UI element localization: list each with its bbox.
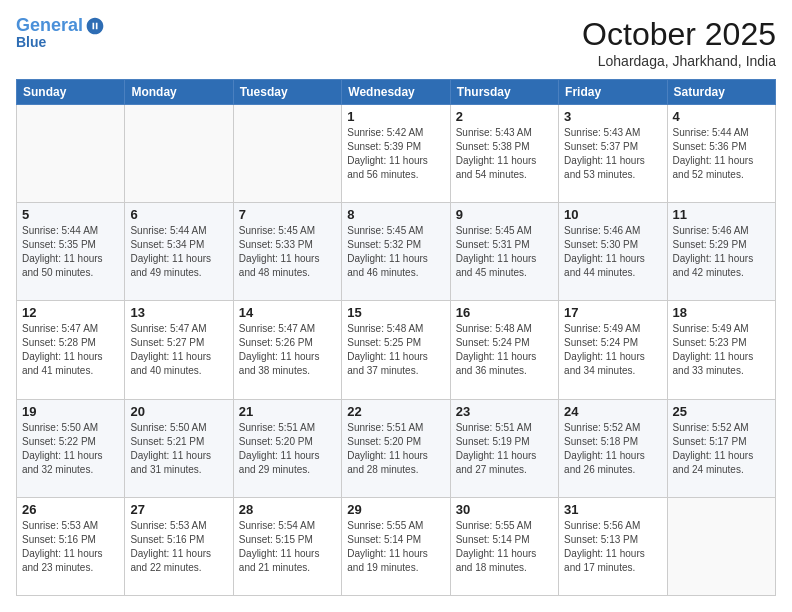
day-number: 9	[456, 207, 553, 222]
day-info: Sunrise: 5:50 AM Sunset: 5:21 PM Dayligh…	[130, 421, 227, 477]
day-number: 24	[564, 404, 661, 419]
calendar-cell: 30Sunrise: 5:55 AM Sunset: 5:14 PM Dayli…	[450, 497, 558, 595]
day-info: Sunrise: 5:47 AM Sunset: 5:28 PM Dayligh…	[22, 322, 119, 378]
calendar-cell: 12Sunrise: 5:47 AM Sunset: 5:28 PM Dayli…	[17, 301, 125, 399]
day-number: 29	[347, 502, 444, 517]
day-info: Sunrise: 5:56 AM Sunset: 5:13 PM Dayligh…	[564, 519, 661, 575]
calendar-cell: 11Sunrise: 5:46 AM Sunset: 5:29 PM Dayli…	[667, 203, 775, 301]
weekday-header-saturday: Saturday	[667, 80, 775, 105]
day-number: 27	[130, 502, 227, 517]
day-number: 8	[347, 207, 444, 222]
day-info: Sunrise: 5:45 AM Sunset: 5:32 PM Dayligh…	[347, 224, 444, 280]
weekday-header-friday: Friday	[559, 80, 667, 105]
calendar-cell	[125, 105, 233, 203]
day-info: Sunrise: 5:44 AM Sunset: 5:36 PM Dayligh…	[673, 126, 770, 182]
calendar-table: SundayMondayTuesdayWednesdayThursdayFrid…	[16, 79, 776, 596]
day-number: 11	[673, 207, 770, 222]
day-info: Sunrise: 5:47 AM Sunset: 5:26 PM Dayligh…	[239, 322, 336, 378]
calendar-cell: 24Sunrise: 5:52 AM Sunset: 5:18 PM Dayli…	[559, 399, 667, 497]
calendar-cell: 20Sunrise: 5:50 AM Sunset: 5:21 PM Dayli…	[125, 399, 233, 497]
logo-line2: Blue	[16, 34, 105, 50]
day-number: 17	[564, 305, 661, 320]
day-number: 23	[456, 404, 553, 419]
weekday-header-thursday: Thursday	[450, 80, 558, 105]
calendar-cell: 16Sunrise: 5:48 AM Sunset: 5:24 PM Dayli…	[450, 301, 558, 399]
calendar-cell: 7Sunrise: 5:45 AM Sunset: 5:33 PM Daylig…	[233, 203, 341, 301]
day-info: Sunrise: 5:53 AM Sunset: 5:16 PM Dayligh…	[22, 519, 119, 575]
day-info: Sunrise: 5:44 AM Sunset: 5:34 PM Dayligh…	[130, 224, 227, 280]
calendar-cell: 18Sunrise: 5:49 AM Sunset: 5:23 PM Dayli…	[667, 301, 775, 399]
calendar-cell	[667, 497, 775, 595]
day-number: 31	[564, 502, 661, 517]
day-info: Sunrise: 5:49 AM Sunset: 5:24 PM Dayligh…	[564, 322, 661, 378]
day-info: Sunrise: 5:47 AM Sunset: 5:27 PM Dayligh…	[130, 322, 227, 378]
logo-icon	[85, 16, 105, 36]
day-number: 25	[673, 404, 770, 419]
day-number: 6	[130, 207, 227, 222]
calendar-cell: 10Sunrise: 5:46 AM Sunset: 5:30 PM Dayli…	[559, 203, 667, 301]
location: Lohardaga, Jharkhand, India	[582, 53, 776, 69]
calendar-cell: 21Sunrise: 5:51 AM Sunset: 5:20 PM Dayli…	[233, 399, 341, 497]
day-info: Sunrise: 5:52 AM Sunset: 5:17 PM Dayligh…	[673, 421, 770, 477]
day-info: Sunrise: 5:53 AM Sunset: 5:16 PM Dayligh…	[130, 519, 227, 575]
day-info: Sunrise: 5:54 AM Sunset: 5:15 PM Dayligh…	[239, 519, 336, 575]
day-number: 13	[130, 305, 227, 320]
calendar-cell: 22Sunrise: 5:51 AM Sunset: 5:20 PM Dayli…	[342, 399, 450, 497]
calendar-cell: 1Sunrise: 5:42 AM Sunset: 5:39 PM Daylig…	[342, 105, 450, 203]
calendar-cell: 31Sunrise: 5:56 AM Sunset: 5:13 PM Dayli…	[559, 497, 667, 595]
day-info: Sunrise: 5:44 AM Sunset: 5:35 PM Dayligh…	[22, 224, 119, 280]
calendar-week-row: 1Sunrise: 5:42 AM Sunset: 5:39 PM Daylig…	[17, 105, 776, 203]
day-number: 28	[239, 502, 336, 517]
day-number: 20	[130, 404, 227, 419]
calendar-cell: 25Sunrise: 5:52 AM Sunset: 5:17 PM Dayli…	[667, 399, 775, 497]
day-info: Sunrise: 5:45 AM Sunset: 5:33 PM Dayligh…	[239, 224, 336, 280]
day-info: Sunrise: 5:51 AM Sunset: 5:20 PM Dayligh…	[239, 421, 336, 477]
calendar-cell: 29Sunrise: 5:55 AM Sunset: 5:14 PM Dayli…	[342, 497, 450, 595]
day-number: 19	[22, 404, 119, 419]
calendar-cell: 19Sunrise: 5:50 AM Sunset: 5:22 PM Dayli…	[17, 399, 125, 497]
day-number: 26	[22, 502, 119, 517]
day-number: 12	[22, 305, 119, 320]
day-info: Sunrise: 5:55 AM Sunset: 5:14 PM Dayligh…	[456, 519, 553, 575]
calendar-cell: 4Sunrise: 5:44 AM Sunset: 5:36 PM Daylig…	[667, 105, 775, 203]
calendar-week-row: 26Sunrise: 5:53 AM Sunset: 5:16 PM Dayli…	[17, 497, 776, 595]
calendar-cell: 28Sunrise: 5:54 AM Sunset: 5:15 PM Dayli…	[233, 497, 341, 595]
day-number: 22	[347, 404, 444, 419]
logo-text: General	[16, 16, 83, 36]
calendar-cell: 26Sunrise: 5:53 AM Sunset: 5:16 PM Dayli…	[17, 497, 125, 595]
calendar-cell: 9Sunrise: 5:45 AM Sunset: 5:31 PM Daylig…	[450, 203, 558, 301]
day-info: Sunrise: 5:42 AM Sunset: 5:39 PM Dayligh…	[347, 126, 444, 182]
calendar-cell: 23Sunrise: 5:51 AM Sunset: 5:19 PM Dayli…	[450, 399, 558, 497]
calendar-cell	[233, 105, 341, 203]
day-number: 18	[673, 305, 770, 320]
calendar-cell	[17, 105, 125, 203]
day-number: 16	[456, 305, 553, 320]
day-info: Sunrise: 5:51 AM Sunset: 5:19 PM Dayligh…	[456, 421, 553, 477]
weekday-header-row: SundayMondayTuesdayWednesdayThursdayFrid…	[17, 80, 776, 105]
weekday-header-tuesday: Tuesday	[233, 80, 341, 105]
day-info: Sunrise: 5:50 AM Sunset: 5:22 PM Dayligh…	[22, 421, 119, 477]
day-number: 10	[564, 207, 661, 222]
day-info: Sunrise: 5:51 AM Sunset: 5:20 PM Dayligh…	[347, 421, 444, 477]
calendar-week-row: 19Sunrise: 5:50 AM Sunset: 5:22 PM Dayli…	[17, 399, 776, 497]
day-number: 5	[22, 207, 119, 222]
day-info: Sunrise: 5:49 AM Sunset: 5:23 PM Dayligh…	[673, 322, 770, 378]
weekday-header-monday: Monday	[125, 80, 233, 105]
day-info: Sunrise: 5:55 AM Sunset: 5:14 PM Dayligh…	[347, 519, 444, 575]
day-number: 21	[239, 404, 336, 419]
calendar-cell: 13Sunrise: 5:47 AM Sunset: 5:27 PM Dayli…	[125, 301, 233, 399]
day-info: Sunrise: 5:52 AM Sunset: 5:18 PM Dayligh…	[564, 421, 661, 477]
day-number: 2	[456, 109, 553, 124]
day-number: 3	[564, 109, 661, 124]
logo: General Blue	[16, 16, 105, 50]
calendar-cell: 17Sunrise: 5:49 AM Sunset: 5:24 PM Dayli…	[559, 301, 667, 399]
calendar-cell: 14Sunrise: 5:47 AM Sunset: 5:26 PM Dayli…	[233, 301, 341, 399]
weekday-header-sunday: Sunday	[17, 80, 125, 105]
calendar-cell: 8Sunrise: 5:45 AM Sunset: 5:32 PM Daylig…	[342, 203, 450, 301]
day-info: Sunrise: 5:43 AM Sunset: 5:38 PM Dayligh…	[456, 126, 553, 182]
logo-line1: General	[16, 15, 83, 35]
title-block: October 2025 Lohardaga, Jharkhand, India	[582, 16, 776, 69]
calendar-cell: 6Sunrise: 5:44 AM Sunset: 5:34 PM Daylig…	[125, 203, 233, 301]
calendar-cell: 2Sunrise: 5:43 AM Sunset: 5:38 PM Daylig…	[450, 105, 558, 203]
day-info: Sunrise: 5:45 AM Sunset: 5:31 PM Dayligh…	[456, 224, 553, 280]
